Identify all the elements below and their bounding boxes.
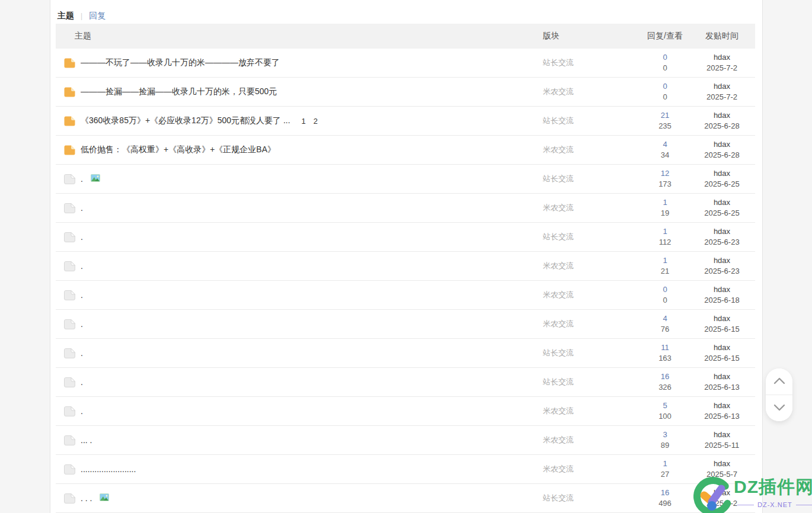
tab-subject[interactable]: 主题 (57, 11, 74, 21)
post-date: 2025-6-25 (704, 179, 739, 188)
reply-count[interactable]: 1 (641, 197, 689, 208)
thread-title-link[interactable]: . (81, 261, 83, 271)
thread-forum-cell: 站长交流 (511, 232, 615, 242)
thread-title-link[interactable]: ———捡漏——捡漏——收录几十万的米，只要500元 (81, 86, 277, 97)
post-date: 2025-5-11 (705, 441, 739, 450)
forum-link[interactable]: 米农交流 (543, 435, 574, 444)
view-count: 21 (661, 267, 669, 275)
reply-count[interactable]: 4 (641, 313, 689, 324)
thread-time-cell: hdax 2025-6-23 (689, 226, 755, 248)
view-count: 112 (659, 238, 672, 246)
reply-count[interactable]: 1 (641, 226, 689, 237)
scroll-down-button[interactable] (766, 395, 792, 421)
tab-reply[interactable]: 回复 (89, 11, 106, 21)
thread-time-cell: hdax 2025-6-28 (689, 139, 755, 161)
author-link[interactable]: hdax (689, 284, 755, 295)
view-count: 27 (661, 470, 669, 479)
thread-row: . . . 站长交流 16 496 hdax 2025-5-2 (56, 484, 755, 513)
reply-count[interactable]: 16 (641, 371, 689, 382)
thread-title-link[interactable]: ... . (81, 435, 92, 445)
table-header-row: 主题 版块 回复/查看 发贴时间 (56, 24, 755, 49)
forum-link[interactable]: 米农交流 (543, 145, 574, 154)
forum-link[interactable]: 米农交流 (543, 319, 574, 328)
author-link[interactable]: hdax (689, 110, 755, 121)
thread-subject-cell: ———不玩了——收录几十万的米————放弃不要了 (56, 57, 511, 68)
thread-forum-cell: 站长交流 (511, 174, 615, 184)
reply-count[interactable]: 21 (641, 110, 689, 121)
reply-count[interactable]: 0 (641, 284, 689, 295)
thread-forum-cell: 米农交流 (511, 261, 615, 271)
thread-title-link[interactable]: . (81, 174, 83, 184)
thread-time-cell: hdax 2025-6-25 (689, 197, 755, 219)
forum-link[interactable]: 站长交流 (543, 174, 574, 183)
author-link[interactable]: hdax (689, 52, 755, 63)
reply-count[interactable]: 3 (641, 429, 689, 440)
thread-title-link[interactable]: 《360收录85万》+《必应收录12万》500元都没人要了 ... (81, 116, 290, 126)
author-link[interactable]: hdax (689, 226, 755, 237)
thread-subject-cell: . (56, 203, 511, 213)
thread-subject-cell: . . . (56, 493, 511, 504)
forum-link[interactable]: 米农交流 (543, 464, 574, 473)
forum-link[interactable]: 米农交流 (543, 290, 574, 299)
thread-subject-cell: . (56, 174, 511, 184)
post-date: 2025-7-2 (706, 63, 737, 72)
thread-title-link[interactable]: ———不玩了——收录几十万的米————放弃不要了 (81, 57, 280, 68)
author-link[interactable]: hdax (689, 488, 755, 498)
author-link[interactable]: hdax (689, 81, 755, 92)
forum-link[interactable]: 站长交流 (543, 58, 574, 67)
reply-count[interactable]: 11 (641, 342, 689, 353)
forum-link[interactable]: 站长交流 (543, 348, 574, 357)
thread-rows: ———不玩了——收录几十万的米————放弃不要了 站长交流 0 0 hdax 2… (56, 49, 755, 513)
author-link[interactable]: hdax (689, 459, 755, 469)
forum-link[interactable]: 米农交流 (543, 87, 574, 96)
author-link[interactable]: hdax (689, 429, 755, 440)
thread-title-link[interactable]: . (81, 232, 83, 242)
author-link[interactable]: hdax (689, 255, 755, 266)
thread-time-cell: hdax 2025-5-11 (689, 429, 755, 451)
reply-count[interactable]: 0 (641, 52, 689, 63)
thread-title-link[interactable]: . (81, 203, 83, 213)
scroll-up-button[interactable] (766, 368, 792, 395)
post-date: 2025-6-28 (704, 121, 739, 130)
reply-count[interactable]: 1 (641, 459, 689, 469)
author-link[interactable]: hdax (689, 371, 755, 382)
thread-title-link[interactable]: . (81, 406, 83, 416)
forum-link[interactable]: 站长交流 (543, 377, 574, 386)
view-count: 0 (663, 296, 667, 304)
forum-link[interactable]: 站长交流 (543, 232, 574, 241)
thread-title-link[interactable]: ........................ (81, 464, 136, 474)
thread-page-link[interactable]: 1 (302, 117, 306, 126)
post-date: 2025-6-28 (704, 150, 739, 159)
thread-counts-cell: 1 112 (615, 226, 689, 248)
forum-link[interactable]: 米农交流 (543, 261, 574, 270)
forum-link[interactable]: 站长交流 (543, 493, 574, 502)
view-count: 100 (658, 412, 672, 421)
thread-title-link[interactable]: . . . (81, 493, 92, 503)
reply-count[interactable]: 1 (641, 255, 689, 266)
thread-title-link[interactable]: . (81, 319, 83, 329)
forum-link[interactable]: 米农交流 (543, 406, 574, 415)
view-count: 0 (663, 92, 667, 101)
author-link[interactable]: hdax (689, 139, 755, 150)
author-link[interactable]: hdax (689, 342, 755, 353)
thread-title-link[interactable]: . (81, 377, 83, 387)
reply-count[interactable]: 4 (641, 139, 689, 150)
forum-link[interactable]: 站长交流 (543, 116, 574, 125)
reply-count[interactable]: 12 (641, 168, 689, 179)
thread-title-link[interactable]: . (81, 290, 83, 300)
view-count: 326 (658, 383, 672, 392)
watermark-line-right (796, 505, 812, 505)
folder-icon (64, 174, 75, 184)
reply-count[interactable]: 5 (641, 400, 689, 411)
thread-title-link[interactable]: . (81, 348, 83, 358)
author-link[interactable]: hdax (689, 400, 755, 411)
folder-new-icon (64, 145, 75, 155)
author-link[interactable]: hdax (689, 313, 755, 324)
reply-count[interactable]: 0 (641, 81, 689, 92)
forum-link[interactable]: 米农交流 (543, 203, 574, 212)
thread-title-link[interactable]: 低价抛售：《高权重》+《高收录》+《正规企业BA》 (81, 145, 276, 155)
author-link[interactable]: hdax (689, 168, 755, 179)
reply-count[interactable]: 16 (641, 488, 689, 498)
thread-page-link[interactable]: 2 (314, 117, 318, 126)
author-link[interactable]: hdax (689, 197, 755, 208)
